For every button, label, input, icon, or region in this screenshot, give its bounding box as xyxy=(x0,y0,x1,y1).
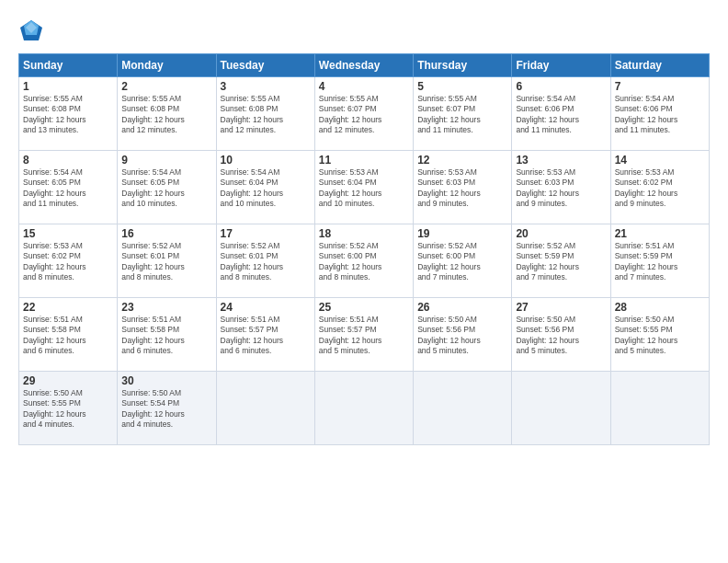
calendar-cell: 13Sunrise: 5:53 AMSunset: 6:03 PMDayligh… xyxy=(512,151,610,224)
calendar-cell: 18Sunrise: 5:52 AMSunset: 6:00 PMDayligh… xyxy=(314,224,413,298)
day-info: Sunrise: 5:53 AMSunset: 6:02 PMDaylight:… xyxy=(615,167,705,210)
day-info: Sunrise: 5:51 AMSunset: 5:58 PMDaylight:… xyxy=(23,315,113,357)
day-number: 6 xyxy=(516,80,606,93)
calendar-cell: 8Sunrise: 5:54 AMSunset: 6:05 PMDaylight… xyxy=(19,151,118,224)
calendar-week-2: 8Sunrise: 5:54 AMSunset: 6:05 PMDaylight… xyxy=(19,151,710,224)
day-number: 8 xyxy=(23,154,113,167)
calendar-cell: 7Sunrise: 5:54 AMSunset: 6:06 PMDaylight… xyxy=(610,77,709,151)
day-info: Sunrise: 5:53 AMSunset: 6:03 PMDaylight:… xyxy=(516,167,606,210)
calendar-cell: 21Sunrise: 5:51 AMSunset: 5:59 PMDayligh… xyxy=(610,224,709,298)
day-number: 19 xyxy=(417,227,507,240)
day-number: 9 xyxy=(121,154,211,167)
day-number: 13 xyxy=(516,154,606,167)
calendar-cell: 29Sunrise: 5:50 AMSunset: 5:55 PMDayligh… xyxy=(19,372,118,445)
header xyxy=(18,15,710,44)
day-header-saturday: Saturday xyxy=(610,54,709,77)
day-number: 30 xyxy=(121,374,211,387)
day-info: Sunrise: 5:52 AMSunset: 5:59 PMDaylight:… xyxy=(516,241,606,283)
calendar-cell: 25Sunrise: 5:51 AMSunset: 5:57 PMDayligh… xyxy=(314,298,413,372)
calendar-cell: 24Sunrise: 5:51 AMSunset: 5:57 PMDayligh… xyxy=(216,298,314,372)
day-info: Sunrise: 5:50 AMSunset: 5:55 PMDaylight:… xyxy=(615,315,705,357)
day-info: Sunrise: 5:51 AMSunset: 5:57 PMDaylight:… xyxy=(319,315,409,357)
calendar-week-3: 15Sunrise: 5:53 AMSunset: 6:02 PMDayligh… xyxy=(19,224,710,298)
day-info: Sunrise: 5:55 AMSunset: 6:08 PMDaylight:… xyxy=(23,94,113,136)
day-info: Sunrise: 5:55 AMSunset: 6:07 PMDaylight:… xyxy=(417,94,507,136)
day-number: 22 xyxy=(23,301,113,314)
day-header-tuesday: Tuesday xyxy=(216,54,314,77)
day-info: Sunrise: 5:51 AMSunset: 5:57 PMDaylight:… xyxy=(221,315,311,357)
day-number: 20 xyxy=(516,227,606,240)
calendar-header-row: SundayMondayTuesdayWednesdayThursdayFrid… xyxy=(19,54,710,77)
calendar-cell: 4Sunrise: 5:55 AMSunset: 6:07 PMDaylight… xyxy=(314,77,413,151)
calendar-cell: 28Sunrise: 5:50 AMSunset: 5:55 PMDayligh… xyxy=(610,298,709,372)
day-number: 21 xyxy=(615,227,705,240)
day-info: Sunrise: 5:51 AMSunset: 5:58 PMDaylight:… xyxy=(121,315,211,357)
day-info: Sunrise: 5:52 AMSunset: 6:01 PMDaylight:… xyxy=(221,241,311,283)
calendar-cell: 23Sunrise: 5:51 AMSunset: 5:58 PMDayligh… xyxy=(118,298,216,372)
day-number: 11 xyxy=(319,154,409,167)
calendar-week-1: 1Sunrise: 5:55 AMSunset: 6:08 PMDaylight… xyxy=(19,77,710,151)
day-number: 1 xyxy=(23,80,113,93)
day-info: Sunrise: 5:54 AMSunset: 6:05 PMDaylight:… xyxy=(23,167,113,210)
calendar-cell: 27Sunrise: 5:50 AMSunset: 5:56 PMDayligh… xyxy=(512,298,610,372)
calendar-week-5: 29Sunrise: 5:50 AMSunset: 5:55 PMDayligh… xyxy=(19,372,710,445)
day-info: Sunrise: 5:55 AMSunset: 6:08 PMDaylight:… xyxy=(121,94,211,136)
day-info: Sunrise: 5:50 AMSunset: 5:56 PMDaylight:… xyxy=(516,315,606,357)
calendar-table: SundayMondayTuesdayWednesdayThursdayFrid… xyxy=(18,53,710,445)
day-info: Sunrise: 5:54 AMSunset: 6:04 PMDaylight:… xyxy=(221,167,311,210)
calendar-cell xyxy=(610,372,709,445)
day-info: Sunrise: 5:53 AMSunset: 6:04 PMDaylight:… xyxy=(319,167,409,210)
calendar-cell: 26Sunrise: 5:50 AMSunset: 5:56 PMDayligh… xyxy=(414,298,512,372)
page: SundayMondayTuesdayWednesdayThursdayFrid… xyxy=(0,0,728,563)
calendar-cell xyxy=(314,372,413,445)
calendar-cell: 19Sunrise: 5:52 AMSunset: 6:00 PMDayligh… xyxy=(414,224,512,298)
calendar-cell: 12Sunrise: 5:53 AMSunset: 6:03 PMDayligh… xyxy=(414,151,512,224)
calendar-week-4: 22Sunrise: 5:51 AMSunset: 5:58 PMDayligh… xyxy=(19,298,710,372)
calendar-cell xyxy=(512,372,610,445)
day-number: 3 xyxy=(221,80,311,93)
calendar-cell: 11Sunrise: 5:53 AMSunset: 6:04 PMDayligh… xyxy=(314,151,413,224)
logo xyxy=(18,18,48,44)
calendar-cell: 15Sunrise: 5:53 AMSunset: 6:02 PMDayligh… xyxy=(19,224,118,298)
day-number: 25 xyxy=(319,301,409,314)
day-number: 16 xyxy=(121,227,211,240)
day-number: 4 xyxy=(319,80,409,93)
day-number: 12 xyxy=(417,154,507,167)
day-header-sunday: Sunday xyxy=(19,54,118,77)
calendar-cell: 9Sunrise: 5:54 AMSunset: 6:05 PMDaylight… xyxy=(118,151,216,224)
day-info: Sunrise: 5:52 AMSunset: 6:00 PMDaylight:… xyxy=(417,241,507,283)
calendar-cell: 10Sunrise: 5:54 AMSunset: 6:04 PMDayligh… xyxy=(216,151,314,224)
day-info: Sunrise: 5:53 AMSunset: 6:03 PMDaylight:… xyxy=(417,167,507,210)
day-info: Sunrise: 5:54 AMSunset: 6:06 PMDaylight:… xyxy=(516,94,606,136)
calendar-cell: 1Sunrise: 5:55 AMSunset: 6:08 PMDaylight… xyxy=(19,77,118,151)
day-number: 15 xyxy=(23,227,113,240)
day-header-friday: Friday xyxy=(512,54,610,77)
day-info: Sunrise: 5:54 AMSunset: 6:05 PMDaylight:… xyxy=(121,167,211,210)
day-header-monday: Monday xyxy=(118,54,216,77)
calendar-cell: 6Sunrise: 5:54 AMSunset: 6:06 PMDaylight… xyxy=(512,77,610,151)
day-number: 5 xyxy=(417,80,507,93)
day-info: Sunrise: 5:50 AMSunset: 5:56 PMDaylight:… xyxy=(417,315,507,357)
day-info: Sunrise: 5:53 AMSunset: 6:02 PMDaylight:… xyxy=(23,241,113,283)
calendar-cell: 2Sunrise: 5:55 AMSunset: 6:08 PMDaylight… xyxy=(118,77,216,151)
day-info: Sunrise: 5:54 AMSunset: 6:06 PMDaylight:… xyxy=(615,94,705,136)
logo-icon xyxy=(18,18,44,44)
day-number: 10 xyxy=(221,154,311,167)
day-number: 23 xyxy=(121,301,211,314)
day-number: 14 xyxy=(615,154,705,167)
day-info: Sunrise: 5:51 AMSunset: 5:59 PMDaylight:… xyxy=(615,241,705,283)
day-number: 2 xyxy=(121,80,211,93)
day-number: 27 xyxy=(516,301,606,314)
calendar-cell: 20Sunrise: 5:52 AMSunset: 5:59 PMDayligh… xyxy=(512,224,610,298)
calendar-cell: 3Sunrise: 5:55 AMSunset: 6:08 PMDaylight… xyxy=(216,77,314,151)
day-header-thursday: Thursday xyxy=(414,54,512,77)
calendar-cell: 22Sunrise: 5:51 AMSunset: 5:58 PMDayligh… xyxy=(19,298,118,372)
day-header-wednesday: Wednesday xyxy=(314,54,413,77)
day-number: 26 xyxy=(417,301,507,314)
day-info: Sunrise: 5:55 AMSunset: 6:07 PMDaylight:… xyxy=(319,94,409,136)
day-number: 17 xyxy=(221,227,311,240)
calendar-cell xyxy=(216,372,314,445)
day-number: 18 xyxy=(319,227,409,240)
calendar-cell: 17Sunrise: 5:52 AMSunset: 6:01 PMDayligh… xyxy=(216,224,314,298)
day-number: 24 xyxy=(221,301,311,314)
